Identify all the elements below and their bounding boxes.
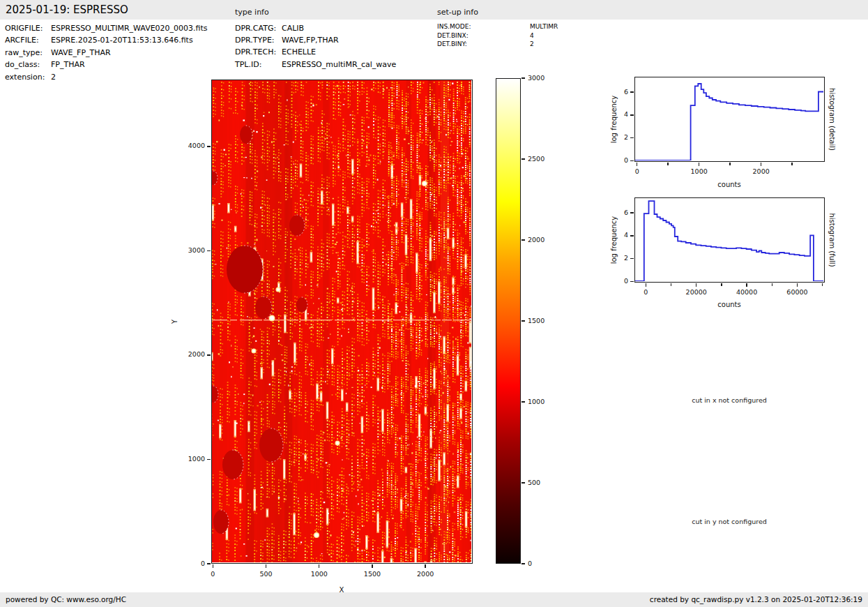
axis-tick (699, 163, 700, 166)
axis-tick-label: 0 (211, 570, 215, 578)
axis-tick (521, 563, 525, 564)
info-label: DET.BINX: (437, 32, 530, 39)
axis-tick (521, 320, 525, 322)
footer-right-text: created by qc_rawdisp.py v1.2.3 on 2025-… (650, 592, 862, 607)
info-label: DPR.TYPE: (235, 36, 282, 45)
axis-tick-label: 1000 (528, 398, 545, 405)
hist-detail-yaxis-label: log frequency (610, 96, 618, 144)
axis-tick-label: 4 (624, 110, 628, 118)
info-value: ESPRE.2025-01-20T11:53:13.646.fits (51, 36, 193, 45)
info-value: FP_THAR (51, 60, 85, 69)
hist-detail-right-label: histogram (detail) (828, 88, 836, 151)
info-row: DPR.CATG:CALIB (235, 24, 304, 33)
axis-tick (729, 163, 731, 165)
axis-tick-label: 4 (624, 231, 628, 239)
setup-info-heading: set-up info (437, 8, 478, 17)
axis-tick (521, 77, 525, 79)
axis-tick-label: 6 (624, 88, 628, 96)
axis-tick (207, 354, 211, 356)
axis-tick-label: 2 (624, 133, 628, 141)
info-label: INS.MODE: (437, 23, 530, 30)
axis-tick-label: 2500 (528, 155, 545, 163)
axis-tick-label: 4000 (188, 142, 205, 149)
axis-tick-label: 1000 (691, 167, 708, 175)
info-row: TPL.ID:ESPRESSO_multiMR_cal_wave (235, 60, 396, 69)
histogram-detail-line (635, 77, 823, 160)
histogram-full-line (635, 198, 823, 281)
info-label: DET.BINY: (437, 40, 530, 47)
axis-tick-label: 0 (624, 156, 628, 164)
axis-tick-label: 2 (624, 254, 628, 262)
qc-report-page: 2025-01-19: ESPRESSO type info set-up in… (0, 0, 868, 607)
axis-tick-label: 0 (528, 560, 532, 567)
axis-tick-label: 1000 (311, 570, 328, 578)
footer-bar: powered by QC: www.eso.org/HC created by… (0, 592, 868, 607)
axis-tick-label: 500 (528, 479, 540, 486)
axis-tick-label: 2000 (188, 350, 205, 358)
axis-tick-label: 1500 (528, 317, 545, 324)
histogram-detail-plot (634, 77, 825, 162)
axis-tick-label: 3000 (528, 74, 545, 82)
axis-tick-label: 500 (259, 570, 272, 578)
axis-tick (772, 283, 773, 286)
histogram-full-plot (634, 197, 825, 283)
raw-image-canvas (212, 80, 471, 562)
axis-tick (696, 283, 697, 287)
info-row: DET.BINY:2 (437, 40, 534, 47)
info-row: ORIGFILE:ESPRESSO_MULTIMR_WAVE020_0003.f… (5, 24, 208, 33)
axis-tick (630, 212, 634, 213)
axis-tick (822, 283, 823, 286)
axis-tick (646, 283, 647, 287)
info-row: extension:2 (5, 73, 56, 82)
hist-full-xaxis-label: counts (717, 301, 740, 308)
raw-image-plot (211, 80, 473, 564)
hist-full-yaxis-label: log frequency (610, 216, 618, 264)
axis-tick-label: 6 (624, 209, 628, 216)
info-row: do_class:FP_THAR (5, 60, 85, 69)
axis-tick (721, 283, 722, 286)
axis-tick (667, 163, 669, 165)
axis-tick (630, 114, 634, 116)
axis-tick (630, 258, 634, 260)
axis-tick (630, 281, 634, 283)
axis-tick-label: 1500 (364, 570, 381, 578)
info-label: extension: (5, 73, 51, 82)
info-label: ORIGFILE: (5, 24, 51, 33)
axis-tick (521, 482, 525, 484)
axis-tick (207, 563, 211, 564)
info-row: ARCFILE:ESPRE.2025-01-20T11:53:13.646.fi… (5, 36, 193, 45)
hist-detail-xaxis-label: counts (717, 181, 740, 188)
info-label: TPL.ID: (235, 60, 282, 69)
axis-tick (213, 564, 214, 568)
axis-tick (637, 163, 638, 166)
axis-tick-label: 20000 (686, 288, 707, 296)
footer-left-text: powered by QC: www.eso.org/HC (6, 592, 126, 607)
axis-tick (207, 250, 211, 252)
info-label: do_class: (5, 60, 51, 69)
axis-tick-label: 0 (644, 288, 648, 296)
type-info-heading: type info (235, 8, 269, 17)
header-bar: 2025-01-19: ESPRESSO type info set-up in… (0, 0, 868, 20)
info-value: 4 (530, 32, 534, 39)
axis-tick (372, 564, 373, 568)
axis-tick (266, 564, 267, 568)
colorbar (496, 78, 521, 564)
axis-tick-label: 2000 (417, 570, 434, 578)
axis-tick-label: 60000 (786, 288, 807, 296)
info-label: ARCFILE: (5, 36, 51, 45)
info-value: ECHELLE (282, 47, 316, 57)
axis-tick (207, 459, 211, 460)
axis-tick (521, 158, 525, 160)
axis-tick (746, 283, 747, 287)
axis-tick-label: 0 (635, 167, 639, 175)
info-value: 2 (530, 40, 534, 47)
info-label: DPR.TECH: (235, 47, 282, 57)
axis-tick (791, 163, 793, 165)
hist-full-right-label: histogram (full) (828, 213, 836, 267)
cut-in-y-message: cut in y not configured (692, 518, 767, 525)
info-value: WAVE_FP_THAR (51, 48, 111, 57)
info-value: 2 (51, 73, 56, 82)
info-label: DPR.CATG: (235, 24, 282, 33)
info-value: ESPRESSO_MULTIMR_WAVE020_0003.fits (51, 24, 208, 33)
info-value: MULTIMR (530, 23, 558, 30)
